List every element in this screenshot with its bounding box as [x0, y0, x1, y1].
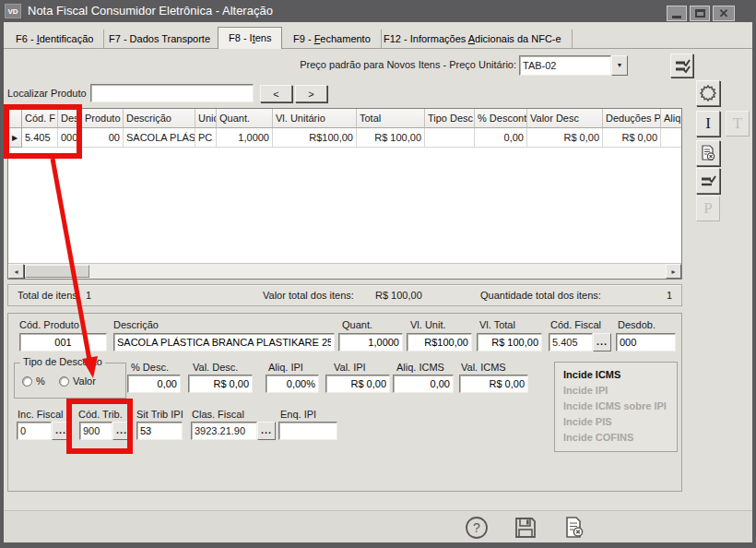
cod-trib-field[interactable]: 900 ... — [79, 422, 131, 440]
sit-trib-ipi-field[interactable] — [136, 422, 183, 440]
tab-identificacao[interactable]: F6 - Identificação — [6, 30, 104, 49]
column-header[interactable]: Valor Desc — [527, 109, 603, 128]
column-header[interactable]: Descrição — [124, 109, 195, 128]
save-floppy-icon — [514, 516, 537, 540]
svg-text:?: ? — [473, 520, 480, 535]
document-delete-icon — [699, 144, 717, 162]
confirm-items-button[interactable] — [696, 168, 720, 194]
lookup-ellipsis-icon[interactable]: ... — [257, 422, 276, 440]
descricao-field[interactable] — [113, 333, 335, 351]
tipo-desconto-group: Tipo de Desconto % Valor — [14, 363, 126, 399]
enq-ipi-label: Enq. IPI — [280, 409, 316, 420]
column-header[interactable]: Quant. — [217, 109, 273, 128]
tab-fechamento[interactable]: F9 - Fechamento — [283, 30, 382, 49]
app-logo-icon: VD — [5, 4, 21, 18]
lookup-ellipsis-icon[interactable]: ... — [52, 422, 70, 440]
tab-informacoes-adicionais[interactable]: F12 - Informações Adicionais da NFC-e — [373, 30, 573, 49]
scroll-left-icon[interactable]: ◂ — [8, 264, 24, 279]
incide-item: Incide ICMS — [563, 367, 668, 383]
incide-item: Incide ICMS sobre IPI — [563, 399, 668, 414]
quant-field[interactable] — [338, 333, 403, 351]
val-desc-field[interactable] — [188, 375, 253, 393]
column-header[interactable]: Desd — [58, 109, 82, 128]
vl-total-label: Vl. Total — [479, 319, 515, 330]
val-icms-field[interactable] — [459, 375, 528, 393]
lookup-ellipsis-icon[interactable]: ... — [112, 422, 131, 440]
radio-valor[interactable]: Valor — [59, 375, 96, 387]
cod-produto-field[interactable] — [19, 333, 107, 351]
cancel-button[interactable] — [561, 515, 587, 541]
val-ipi-field[interactable] — [325, 375, 390, 393]
search-input[interactable] — [90, 84, 254, 102]
vl-unit-field[interactable] — [407, 333, 472, 351]
app-window: VD Nota Fiscal Consumidor Eletrônica - A… — [0, 0, 756, 548]
desdob-field[interactable] — [616, 333, 676, 351]
minimize-button[interactable] — [667, 6, 687, 21]
scrollbar-thumb[interactable] — [25, 265, 89, 278]
item-detail-panel: Cód. Produto Descrição Quant. Vl. Unit. … — [7, 313, 682, 492]
vl-unit-label: Vl. Unit. — [410, 319, 446, 330]
radio-percent[interactable]: % — [22, 375, 45, 387]
aliq-icms-field[interactable] — [393, 375, 454, 393]
enq-ipi-field[interactable] — [278, 422, 337, 440]
maximize-button[interactable] — [690, 6, 710, 21]
check-lines-icon — [699, 172, 717, 190]
column-header[interactable]: % Desconto — [475, 109, 527, 128]
prev-item-button[interactable]: < — [260, 85, 292, 102]
item-info-button[interactable]: I — [696, 111, 720, 137]
clas-fiscal-field[interactable]: 3923.21.90 ... — [191, 422, 276, 440]
aliq-ipi-field[interactable] — [266, 375, 319, 393]
total-qty-value: 1 — [654, 290, 672, 301]
bottom-toolbar: ? — [4, 510, 752, 542]
column-header[interactable]: Cód. F — [22, 109, 58, 128]
maximize-icon — [695, 9, 705, 18]
column-header[interactable]: Total — [357, 109, 425, 128]
document-cancel-icon — [562, 516, 586, 540]
close-icon: ✕ — [719, 7, 729, 19]
help-button[interactable]: ? — [464, 515, 490, 541]
column-header[interactable]: Unid — [195, 109, 217, 128]
titlebar: VD Nota Fiscal Consumidor Eletrônica - A… — [0, 0, 756, 22]
inc-fiscal-field[interactable]: 0 ... — [17, 422, 70, 440]
close-button[interactable]: ✕ — [713, 6, 735, 21]
search-label: Localizar Produto — [7, 88, 87, 99]
sit-trib-ipi-label: Sit Trib IPI — [136, 409, 183, 420]
radio-icon — [59, 376, 69, 387]
column-header[interactable]: Deduções Pe — [603, 109, 661, 128]
cod-fiscal-label: Cód. Fiscal — [550, 319, 601, 330]
price-table-select[interactable]: TAB-02 ▼ — [519, 55, 628, 76]
seal-starburst-icon — [699, 84, 717, 102]
column-header[interactable]: Tipo Desc. — [425, 109, 475, 128]
total-value-label: Valor total dos itens: — [263, 290, 354, 301]
tab-itens[interactable]: F8 - Itens — [218, 27, 282, 49]
vl-total-field[interactable] — [477, 333, 542, 351]
column-header[interactable]: Vl. Unitário — [273, 109, 357, 128]
total-items-label: Total de itens: — [18, 290, 80, 301]
apply-price-button[interactable] — [670, 54, 693, 77]
cell-total: R$ 100,00 — [357, 128, 425, 148]
delete-item-button[interactable] — [696, 140, 720, 166]
val-icms-label: Val. ICMS — [461, 362, 506, 373]
cod-fiscal-field[interactable]: 5.405 ... — [549, 333, 611, 351]
seal-button[interactable] — [696, 80, 720, 106]
column-header[interactable]: Aliq — [661, 109, 682, 128]
next-item-button[interactable]: > — [295, 85, 327, 102]
lookup-ellipsis-icon[interactable]: ... — [593, 333, 611, 351]
price-default-label: Preço padrão para Novos Itens - Preço Un… — [230, 59, 516, 70]
save-button[interactable] — [513, 515, 538, 541]
chevron-down-icon[interactable]: ▼ — [611, 55, 628, 76]
table-row[interactable]: ▶ 5.405 000 00 SACOLA PLÁST. PC 1,0000 R… — [8, 128, 681, 148]
aliq-ipi-label: Aliq. IPI — [268, 362, 303, 373]
column-header[interactable]: Produto — [82, 109, 124, 128]
cell-vl-unitario: R$100,00 — [273, 128, 357, 148]
scroll-right-icon[interactable]: ▸ — [666, 264, 681, 279]
print-button-disabled: P — [696, 196, 720, 221]
client-area: F6 - Identificação F7 - Dados Transporte… — [4, 22, 752, 542]
cell-perc-desconto: 0,00 — [475, 128, 527, 148]
p-desc-field[interactable] — [127, 375, 181, 393]
tab-dados-transporte[interactable]: F7 - Dados Transporte — [99, 30, 221, 49]
total-value: R$ 100,00 — [375, 290, 422, 301]
horizontal-scrollbar[interactable]: ◂ ▸ — [8, 263, 681, 279]
val-desc-label: Val. Desc. — [193, 362, 238, 373]
cell-aliq: 0 — [661, 128, 682, 148]
